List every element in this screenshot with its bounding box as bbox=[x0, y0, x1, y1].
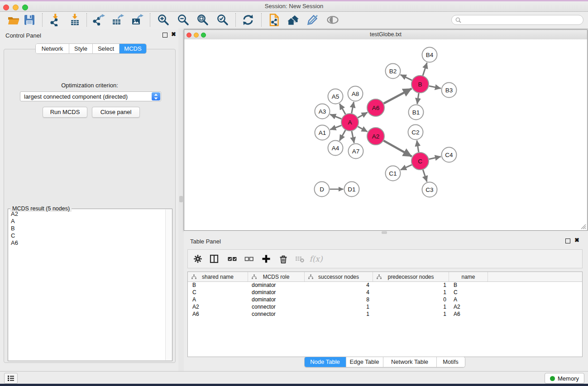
graph-edge-A-A3[interactable] bbox=[330, 114, 341, 119]
table-row[interactable]: Cdominator41C bbox=[188, 289, 582, 296]
column-header-predecessor-nodes[interactable]: predecessor nodes bbox=[373, 272, 449, 281]
maximize-window-button[interactable] bbox=[22, 5, 28, 10]
table-row[interactable]: Bdominator41B bbox=[188, 281, 582, 289]
graph-node-B3[interactable]: B3 bbox=[442, 83, 457, 98]
graph-edge-B-B3[interactable] bbox=[429, 86, 441, 88]
tab-network[interactable]: Network bbox=[36, 44, 69, 53]
tab-node-table[interactable]: Node Table bbox=[305, 357, 346, 367]
graph-edge-A-A2[interactable] bbox=[358, 127, 368, 132]
graph-edge-B-B1[interactable] bbox=[417, 93, 419, 104]
minimize-window-button[interactable] bbox=[13, 5, 19, 10]
mcds-result-item[interactable]: B bbox=[9, 225, 165, 232]
graph-node-A8[interactable]: A8 bbox=[348, 86, 363, 101]
graph-node-A6[interactable]: A6 bbox=[367, 99, 384, 116]
close-panel-button[interactable]: Close panel bbox=[92, 107, 140, 118]
delete-columns-button[interactable] bbox=[277, 253, 289, 265]
splitter-handle[interactable] bbox=[179, 196, 183, 202]
refresh-button[interactable] bbox=[242, 14, 254, 26]
maximize-network-window-button[interactable] bbox=[201, 33, 206, 38]
search-box[interactable] bbox=[451, 15, 583, 25]
graph-node-A7[interactable]: A7 bbox=[349, 144, 363, 159]
network-from-selection-button[interactable] bbox=[268, 14, 280, 26]
resize-grip-icon[interactable] bbox=[579, 223, 586, 229]
float-panel-icon[interactable] bbox=[565, 238, 570, 243]
task-history-button[interactable] bbox=[4, 373, 18, 384]
split-panel-button[interactable] bbox=[208, 253, 220, 265]
export-network-button[interactable] bbox=[92, 14, 105, 26]
tab-edge-table[interactable]: Edge Table bbox=[346, 357, 383, 367]
zoom-in-button[interactable] bbox=[157, 14, 170, 26]
graph-node-A1[interactable]: A1 bbox=[315, 125, 330, 140]
mcds-result-item[interactable]: C bbox=[9, 232, 165, 239]
tab-motifs[interactable]: Motifs bbox=[437, 357, 465, 367]
table-row[interactable]: Adominator80A bbox=[188, 296, 582, 303]
close-window-button[interactable] bbox=[3, 5, 9, 10]
minimize-network-window-button[interactable] bbox=[194, 33, 199, 38]
graph-edge-A-A6[interactable] bbox=[358, 112, 367, 118]
close-network-window-button[interactable] bbox=[186, 33, 191, 38]
graph-node-C3[interactable]: C3 bbox=[422, 182, 437, 197]
export-image-button[interactable] bbox=[131, 14, 143, 26]
graph-node-A[interactable]: A bbox=[341, 114, 359, 131]
table-row[interactable]: A6connector11A6 bbox=[188, 310, 582, 318]
close-panel-icon[interactable]: ✖ bbox=[574, 237, 579, 243]
show-graphics-details-button[interactable] bbox=[326, 14, 339, 26]
import-network-button[interactable] bbox=[49, 14, 62, 26]
horizontal-splitter[interactable] bbox=[184, 231, 588, 234]
graph-node-D[interactable]: D bbox=[315, 182, 330, 197]
graph-node-C[interactable]: C bbox=[411, 152, 429, 170]
home-layout-button[interactable] bbox=[287, 14, 299, 26]
column-header-shared-name[interactable]: shared name bbox=[188, 272, 248, 281]
optimization-criterion-select[interactable]: largest connected component (directed) bbox=[20, 91, 161, 101]
add-column-button[interactable] bbox=[260, 253, 272, 265]
tab-network-table[interactable]: Network Table bbox=[383, 357, 437, 367]
mcds-result-item[interactable]: A6 bbox=[9, 239, 165, 247]
column-header-MCDS-role[interactable]: MCDS role bbox=[248, 272, 305, 281]
tab-style[interactable]: Style bbox=[69, 44, 93, 53]
graph-node-B1[interactable]: B1 bbox=[409, 105, 424, 120]
search-input[interactable] bbox=[461, 16, 576, 24]
graph-edge-C-C2[interactable] bbox=[417, 140, 419, 152]
tab-mcds[interactable]: MCDS bbox=[120, 44, 146, 53]
run-mcds-button[interactable]: Run MCDS bbox=[43, 107, 87, 118]
graph-node-B2[interactable]: B2 bbox=[386, 64, 401, 79]
import-table-button[interactable] bbox=[68, 14, 81, 26]
column-header-successor-nodes[interactable]: successor nodes bbox=[305, 272, 373, 281]
close-panel-icon[interactable]: ✖ bbox=[171, 31, 176, 38]
select-all-button[interactable] bbox=[226, 253, 238, 265]
open-file-button[interactable] bbox=[7, 14, 20, 26]
graph-node-D1[interactable]: D1 bbox=[344, 182, 359, 197]
network-canvas[interactable]: B4B2BB3A5A8A6A3B1AA1C2A2A4A7C4CC1C3DD1 bbox=[184, 39, 587, 230]
graph-edge-A6-B[interactable] bbox=[384, 89, 412, 104]
graph-edge-A-A4[interactable] bbox=[339, 130, 345, 141]
graph-edge-C-C1[interactable] bbox=[401, 165, 412, 170]
graph-node-A4[interactable]: A4 bbox=[328, 141, 343, 156]
table-row[interactable]: A2connector11A2 bbox=[188, 303, 582, 310]
graph-edge-B-B2[interactable] bbox=[401, 75, 412, 80]
graph-node-A5[interactable]: A5 bbox=[328, 89, 343, 104]
graph-edge-A-A1[interactable] bbox=[330, 125, 341, 129]
scrollbar-track[interactable] bbox=[165, 210, 172, 360]
zoom-out-button[interactable] bbox=[177, 14, 190, 26]
graph-edge-A-A5[interactable] bbox=[339, 104, 345, 114]
graph-edge-B-B4[interactable] bbox=[423, 63, 427, 76]
table-settings-button[interactable] bbox=[192, 253, 204, 265]
graph-node-B4[interactable]: B4 bbox=[422, 48, 437, 62]
save-session-button[interactable] bbox=[23, 14, 36, 26]
splitter-handle[interactable] bbox=[382, 231, 387, 234]
memory-button[interactable]: Memory bbox=[545, 373, 584, 384]
graph-node-C4[interactable]: C4 bbox=[442, 148, 457, 162]
deselect-all-button[interactable] bbox=[243, 253, 255, 265]
graph-edge-A2-C[interactable] bbox=[383, 141, 411, 157]
graph-edge-A-A8[interactable] bbox=[352, 102, 354, 113]
graph-node-A2[interactable]: A2 bbox=[367, 128, 384, 145]
graph-edge-C-C3[interactable] bbox=[423, 170, 427, 181]
graph-node-C2[interactable]: C2 bbox=[408, 125, 423, 140]
export-table-button[interactable] bbox=[111, 14, 124, 26]
mcds-result-item[interactable]: A bbox=[9, 218, 165, 225]
zoom-selected-button[interactable] bbox=[216, 14, 229, 26]
graph-edge-C-C4[interactable] bbox=[429, 157, 441, 159]
hide-style-button[interactable] bbox=[306, 14, 319, 26]
mcds-result-list[interactable]: A2ABCA6 bbox=[9, 210, 165, 360]
float-panel-icon[interactable] bbox=[163, 33, 167, 38]
